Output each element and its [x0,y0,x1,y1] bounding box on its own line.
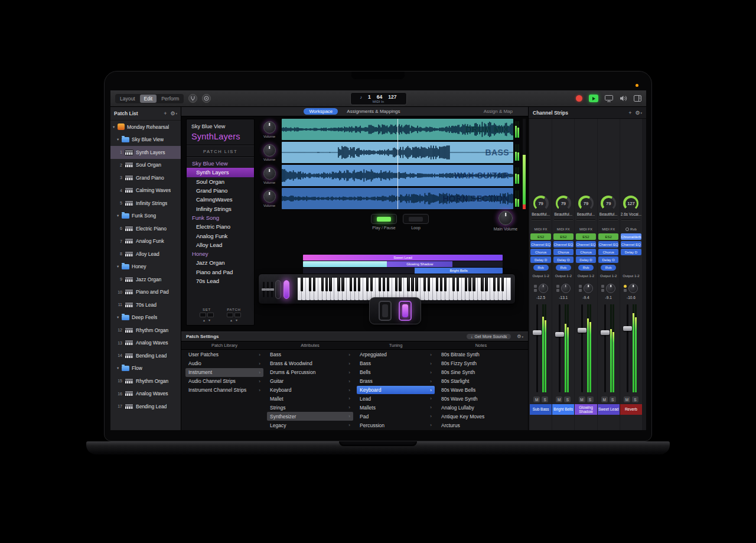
display-icon[interactable] [605,95,613,102]
browser-item-audio[interactable]: Audio› [185,359,263,368]
strips-action-menu[interactable]: ⚙▾ [635,110,642,116]
patch-row-bending-lead[interactable]: 14Bending Lead [110,349,181,362]
strip-gain-knob[interactable]: 127 [623,196,638,211]
insert-slot[interactable]: ChromaVerb [621,233,641,240]
piano-black-key[interactable] [325,278,328,291]
piano-black-key[interactable] [350,278,352,291]
piano-black-key[interactable] [399,278,401,291]
piano-black-key[interactable] [341,278,344,291]
pitch-wheel[interactable] [275,280,281,299]
insert-slot[interactable]: Delay D [530,256,550,263]
browser-item-brass[interactable]: Brass› [357,377,435,386]
fader-thumb[interactable] [601,330,610,335]
strip-gain-knob[interactable]: 79 [578,196,594,211]
piano-black-key[interactable] [436,278,438,291]
disclosure-triangle-icon[interactable]: ▾ [113,125,118,129]
patch-row-rhythm-organ[interactable]: 15Rhythm Organ [110,375,181,388]
piano-black-key[interactable] [395,278,397,291]
browser-item-keyboard[interactable]: Keyboard› [267,386,353,395]
fader-thumb[interactable] [578,328,586,333]
layer-sweet-lead[interactable]: Sweet Lead [303,255,503,261]
send-slot[interactable]: Rvb [556,265,571,271]
disclosure-triangle-icon[interactable]: ▾ [117,315,122,320]
output-slot[interactable]: Output 1-2 [600,274,617,279]
strip-gain-knob[interactable]: 79 [556,196,571,211]
browser-item-guitar[interactable]: Guitar› [267,377,353,386]
play-pause-button[interactable] [371,214,397,224]
mute-button[interactable]: M [624,396,630,402]
insert-slot[interactable]: ES2 [598,233,618,240]
insert-slot[interactable]: Chorus [598,249,618,255]
insert-slot[interactable]: Chorus [530,249,550,255]
workspace-patch-70s-lead[interactable]: 70s Lead [187,277,254,285]
fader-thumb[interactable] [533,330,542,335]
disclosure-triangle-icon[interactable]: ▾ [117,366,122,370]
insert-slot[interactable]: Chorus [553,249,573,255]
patch-row-soul-organ[interactable]: 2Soul Organ [110,159,181,172]
midi-fx-slot[interactable]: MIDI FX [553,226,573,232]
track-volume-knob[interactable] [263,144,276,157]
selector-down-icon[interactable]: ▾ [236,318,237,322]
fader-thumb[interactable] [623,326,632,331]
browser-item-80s-wave-bells[interactable]: 80s Wave Bells [438,386,524,395]
layer-glowing-shadow[interactable]: Glowing Shadow [303,261,503,267]
piano-white-key[interactable] [507,278,511,300]
patch-row-synth-layers[interactable]: 1Synth Layers [110,146,181,159]
piano-black-key[interactable] [444,278,447,291]
piano-black-key[interactable] [370,278,373,291]
piano-black-key[interactable] [301,278,303,291]
patch-row-analog-funk[interactable]: 7Analog Funk [110,235,181,248]
patch-list-action-menu[interactable]: ⚙▾ [170,110,177,116]
browser-item-drums-percussion[interactable]: Drums & Percussion› [267,368,353,377]
selector-box[interactable] [234,313,241,317]
browser-item-mallets[interactable]: Mallets› [357,403,435,412]
mod-wheel[interactable] [284,280,289,299]
set-row-sky-blue-view[interactable]: ▾Sky Blue View [110,134,181,147]
workspace-patch-analog-funk[interactable]: Analog Funk [187,231,254,240]
insert-slot[interactable]: ES2 [530,233,550,240]
insert-slot[interactable]: Delay D [576,256,596,263]
pedal-1[interactable] [379,301,392,321]
browser-item-instrument-channel-strips[interactable]: Instrument Channel Strips› [185,386,263,395]
piano-black-key[interactable] [407,278,409,291]
mini-fader[interactable] [271,282,273,297]
midi-fx-slot[interactable]: MIDI FX [598,226,618,232]
piano-black-key[interactable] [387,278,389,291]
selector-up-icon[interactable]: ▴ [230,318,232,322]
piano-black-key[interactable] [493,278,496,291]
patch-row-jazz-organ[interactable]: 9Jazz Organ [110,273,181,286]
piano-black-key[interactable] [501,278,504,291]
patch-row-bending-lead[interactable]: 17Bending Lead [110,400,181,413]
activity-button[interactable] [202,94,211,103]
mute-button[interactable]: M [556,396,562,402]
browser-item-percussion[interactable]: Percussion› [357,421,435,430]
piano-black-key[interactable] [481,278,483,291]
add-strip-button[interactable]: + [628,110,631,116]
patch-row-alloy-lead[interactable]: 8Alloy Lead [110,248,181,261]
selector-box[interactable] [200,313,206,317]
selector-up-icon[interactable]: ▴ [203,318,205,322]
insert-slot[interactable]: Channel EQ [576,241,596,248]
loop-button[interactable] [403,214,429,224]
patch-row-infinity-strings[interactable]: 5Infinity Strings [110,197,181,210]
layer-bright-bells[interactable]: Bright Bells [303,268,503,274]
browser-item-user-patches[interactable]: User Patches› [185,350,263,359]
fader[interactable] [620,303,642,394]
piano-black-key[interactable] [440,278,442,291]
browser-item-pad[interactable]: Pad› [357,412,435,421]
workspace-patch-jazz-organ[interactable]: Jazz Organ [187,258,254,267]
browser-item-audio-channel-strips[interactable]: Audio Channel Strips› [185,377,263,386]
browser-item-synthesizer[interactable]: Synthesizer› [267,412,353,421]
insert-slot[interactable]: Delay D [553,256,573,263]
piano-black-key[interactable] [358,278,360,291]
selector-down-icon[interactable]: ▾ [208,318,210,322]
patch-row-calming-waves[interactable]: 4Calming Waves [110,184,181,197]
piano-black-key[interactable] [468,278,471,291]
patch-row-electric-piano[interactable]: 6Electric Piano [110,222,181,235]
patch-row-analog-waves[interactable]: 16Analog Waves [110,388,181,401]
workspace-patch-funk-song[interactable]: Funk Song [187,213,254,222]
browser-item-mallet[interactable]: Mallet› [267,394,353,403]
strip-gain-knob[interactable]: 79 [533,196,549,211]
insert-slot[interactable]: Chorus [576,249,596,255]
insert-slot[interactable]: Channel EQ [621,241,641,248]
